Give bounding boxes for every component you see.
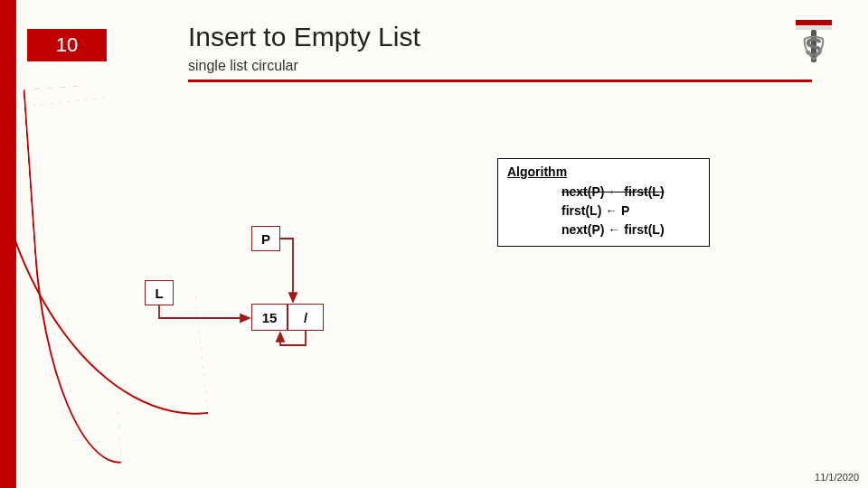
institution-logo: S	[787, 16, 841, 70]
linked-list-diagram: L P 15 /	[145, 226, 398, 352]
algorithm-step-3: next(P) ← first(L)	[561, 221, 700, 239]
algorithm-heading: Algorithm	[507, 164, 700, 179]
pointer-L-box: L	[145, 280, 174, 305]
algorithm-step-1: next(P) ← first(L)	[561, 183, 700, 202]
slide-date: 11/1/2020	[815, 472, 859, 483]
algorithm-step-2: first(L) ← P	[561, 202, 700, 221]
left-accent-bar	[0, 0, 16, 488]
page-number-badge: 10	[27, 29, 107, 61]
slide-title: Insert to Empty List	[188, 22, 420, 52]
algorithm-box: Algorithm next(P) ← first(L) first(L) ← …	[497, 158, 710, 247]
svg-rect-0	[796, 20, 832, 25]
slide: 10 Insert to Empty List single list circ…	[0, 0, 868, 488]
svg-rect-1	[796, 25, 832, 30]
slide-subtitle: single list circular	[188, 58, 298, 74]
pointer-P-box: P	[251, 226, 280, 251]
title-underline	[188, 80, 812, 82]
node-value-box: 15	[251, 304, 288, 331]
node-next-box: /	[288, 304, 324, 331]
